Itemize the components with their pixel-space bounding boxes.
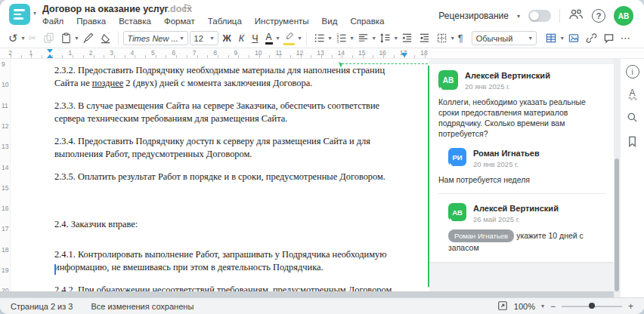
paste-caret-icon[interactable]: ▾ bbox=[76, 35, 79, 42]
increase-indent-icon[interactable] bbox=[416, 32, 432, 45]
zoom-in-button[interactable]: + bbox=[628, 301, 633, 312]
zoom-out-button[interactable]: − bbox=[550, 301, 556, 312]
font-color-button[interactable]: А bbox=[263, 32, 275, 45]
ruler-horizontal[interactable]: 12123456789101112131415161718 bbox=[0, 48, 644, 59]
bullet-list-icon[interactable] bbox=[311, 32, 327, 45]
app-logo-icon[interactable] bbox=[9, 4, 30, 25]
comment-thread-card[interactable]: АВ Алексей Вертинский 20 янв 2025 г. Кол… bbox=[429, 64, 614, 262]
bookmark-icon[interactable] bbox=[627, 136, 637, 150]
tracked-insertion[interactable]: позднее bbox=[92, 78, 123, 88]
scrollbar-thumb[interactable] bbox=[615, 159, 619, 291]
paragraph[interactable]: 2.3.3. В случае размещения Сайта на серв… bbox=[54, 100, 408, 125]
paragraph[interactable]: 2.3.2. Предоставить Подрядчику необходим… bbox=[54, 64, 408, 89]
insert-comment-icon[interactable] bbox=[601, 32, 617, 45]
numbered-list-icon[interactable]: 1 2 3 bbox=[333, 32, 349, 45]
page-indicator[interactable]: Страница 2 из 3 bbox=[11, 302, 73, 311]
highlight-caret-icon[interactable]: ▾ bbox=[299, 35, 302, 42]
paragraph-style-select[interactable]: Обычный▾ bbox=[472, 31, 537, 45]
review-caret-icon[interactable]: ▾ bbox=[517, 13, 520, 20]
zoom-caret-icon[interactable]: ▾ bbox=[541, 303, 544, 309]
save-status: Все изменения сохранены bbox=[91, 302, 194, 311]
ruler-number: 2 bbox=[89, 49, 93, 57]
review-toggle[interactable] bbox=[528, 10, 551, 22]
menu-tools[interactable]: Инструменты bbox=[255, 17, 309, 26]
copy-icon[interactable] bbox=[41, 32, 57, 45]
collaborators-icon[interactable] bbox=[568, 8, 584, 23]
menu-file[interactable]: Файл bbox=[42, 17, 63, 26]
fit-page-icon[interactable] bbox=[497, 300, 508, 312]
font-size-select[interactable]: 12▾ bbox=[190, 31, 218, 45]
nonprinting-chars-button[interactable]: ¶ bbox=[456, 32, 466, 44]
insert-image-icon[interactable] bbox=[565, 32, 582, 45]
cut-button[interactable]: ✂ bbox=[26, 32, 39, 44]
line-spacing-caret-icon[interactable]: ▾ bbox=[395, 35, 398, 42]
borders-caret-icon[interactable]: ▾ bbox=[451, 35, 454, 42]
paragraph[interactable]: 2.3.5. Оплатить результат Работ в порядк… bbox=[54, 171, 408, 183]
menu-view[interactable]: Вид bbox=[322, 17, 338, 26]
document-page[interactable]: 2.3.2. Предоставить Подрядчику необходим… bbox=[54, 64, 408, 314]
numbered-list-caret-icon[interactable]: ▾ bbox=[351, 35, 354, 42]
paste-icon[interactable] bbox=[58, 32, 74, 45]
insert-table-icon[interactable] bbox=[543, 32, 559, 45]
app-window: ▾ Договор на оказание услуг.docx ⚐ Файл … bbox=[0, 0, 644, 314]
editor-area: 91011121314151617181920 2.3.2. Предостав… bbox=[0, 59, 644, 297]
ruler-number: 11 bbox=[2, 102, 8, 109]
paragraph-borders-icon[interactable] bbox=[434, 32, 450, 45]
text-cursor bbox=[54, 264, 56, 275]
menu-edit[interactable]: Правка bbox=[76, 17, 106, 26]
clear-style-icon[interactable] bbox=[98, 32, 113, 45]
copy-style-icon[interactable] bbox=[80, 32, 96, 45]
highlight-color-button[interactable] bbox=[281, 32, 297, 45]
comment-2[interactable]: РИ Роман Игнатьев 20 янв 2025 г. bbox=[448, 148, 606, 168]
zoom-slider[interactable] bbox=[562, 306, 622, 307]
menu-format[interactable]: Формат bbox=[164, 17, 195, 26]
paragraph[interactable]: 2.4. Заказчик вправе: bbox=[54, 218, 408, 231]
undo-button[interactable]: ↺ bbox=[6, 32, 20, 45]
header-divider bbox=[559, 9, 560, 23]
undo-caret-icon[interactable]: ▾ bbox=[22, 35, 25, 42]
comment-1[interactable]: АВ Алексей Вертинский 20 янв 2025 г. bbox=[438, 70, 606, 91]
zoom-slider-handle[interactable] bbox=[589, 303, 595, 309]
insert-link-icon[interactable] bbox=[584, 32, 599, 45]
font-name-select[interactable]: Times New ...▾ bbox=[123, 31, 188, 45]
hanging-indent-marker[interactable] bbox=[47, 54, 53, 58]
vertical-scrollbar[interactable] bbox=[614, 59, 620, 297]
mention-badge[interactable]: Роман Игнатьев bbox=[448, 229, 514, 242]
review-mode-label[interactable]: Рецензирование bbox=[438, 11, 509, 21]
align-left-icon[interactable] bbox=[355, 32, 371, 45]
more-tools-button[interactable]: ⋯ bbox=[618, 32, 633, 44]
user-avatar[interactable]: АВ bbox=[614, 6, 633, 26]
header-right: Рецензирование ▾ ? АВ bbox=[438, 6, 633, 26]
help-icon[interactable]: ? bbox=[592, 9, 605, 23]
ruler-number: 15 bbox=[2, 184, 8, 192]
underline-button[interactable]: Ч bbox=[249, 32, 261, 45]
menu-help[interactable]: Справка bbox=[350, 17, 384, 26]
ruler-number: 11 bbox=[275, 49, 282, 57]
ruler-vertical[interactable]: 91011121314151617181920 bbox=[0, 59, 11, 291]
right-indent-marker[interactable] bbox=[401, 53, 407, 57]
spellcheck-icon[interactable]: А∿∿ bbox=[628, 88, 636, 102]
line-spacing-icon[interactable] bbox=[377, 32, 393, 45]
menu-insert[interactable]: Вставка bbox=[119, 17, 151, 26]
paragraph[interactable]: 2.3.4. Предоставить Подрядчику доступ к … bbox=[54, 135, 408, 160]
first-line-indent-marker[interactable] bbox=[47, 49, 53, 53]
menu-table[interactable]: Таблица bbox=[208, 17, 242, 26]
comment-author: Алексей Вертинский bbox=[465, 70, 550, 80]
favorite-flag-icon[interactable]: ⚐ bbox=[183, 2, 192, 14]
paragraph[interactable]: 2.4.1. Контролировать выполнение Работ, … bbox=[54, 248, 408, 273]
bullet-list-caret-icon[interactable]: ▾ bbox=[329, 35, 332, 42]
italic-button[interactable]: К bbox=[236, 32, 247, 45]
ruler-number: 14 bbox=[2, 164, 8, 171]
search-icon[interactable] bbox=[627, 112, 638, 126]
logo-caret-icon[interactable]: ▾ bbox=[33, 10, 36, 17]
bold-button[interactable]: Ж bbox=[220, 32, 234, 45]
horizontal-scroll-gutter[interactable] bbox=[0, 291, 620, 297]
zoom-select[interactable]: 100% bbox=[514, 302, 535, 311]
font-color-caret-icon[interactable]: ▾ bbox=[277, 35, 280, 42]
align-caret-icon[interactable]: ▾ bbox=[373, 35, 376, 42]
comment-3[interactable]: АВ Алексей Вертинский 26 май 2025 г. Ром… bbox=[448, 203, 606, 253]
right-sidebar: i А∿∿ bbox=[620, 59, 644, 297]
table-caret-icon[interactable]: ▾ bbox=[561, 35, 564, 42]
decrease-indent-icon[interactable] bbox=[399, 32, 415, 45]
info-icon[interactable]: i bbox=[626, 65, 639, 78]
